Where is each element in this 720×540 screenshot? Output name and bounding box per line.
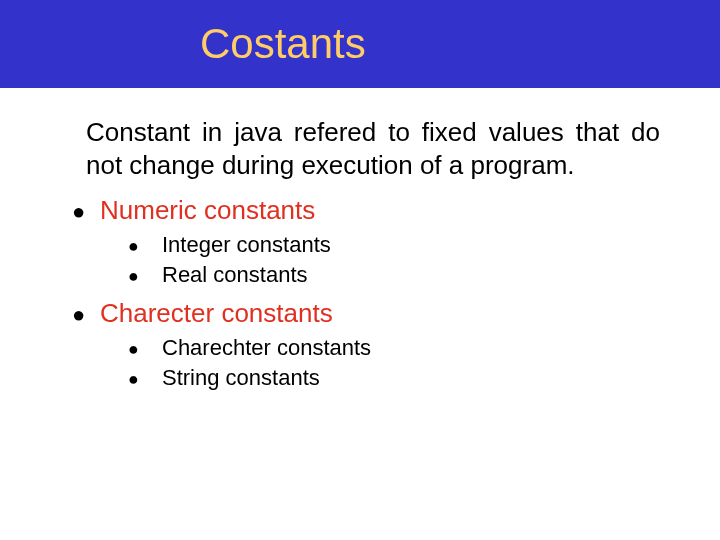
section-heading-character: ● Charecter constants (72, 298, 660, 329)
item-label: Charechter constants (162, 335, 371, 361)
bullet-icon: ● (72, 302, 100, 328)
slide-body: Constant in java refered to fixed values… (0, 88, 720, 391)
section-items-numeric: ● Integer constants ● Real constants (72, 232, 660, 288)
bullet-icon: ● (128, 339, 162, 360)
item-label: Integer constants (162, 232, 331, 258)
title-bar: Costants (0, 0, 720, 88)
item-label: String constants (162, 365, 320, 391)
section-label: Charecter constants (100, 298, 333, 329)
bullet-icon: ● (128, 266, 162, 287)
item-label: Real constants (162, 262, 308, 288)
slide-title: Costants (200, 20, 366, 68)
list-item: ● Real constants (128, 262, 660, 288)
bullet-icon: ● (128, 236, 162, 257)
bullet-icon: ● (72, 199, 100, 225)
bullet-icon: ● (128, 369, 162, 390)
section-items-character: ● Charechter constants ● String constant… (72, 335, 660, 391)
list-item: ● String constants (128, 365, 660, 391)
section-heading-numeric: ● Numeric constants (72, 195, 660, 226)
list-item: ● Charechter constants (128, 335, 660, 361)
list-item: ● Integer constants (128, 232, 660, 258)
section-label: Numeric constants (100, 195, 315, 226)
slide: Costants Constant in java refered to fix… (0, 0, 720, 540)
intro-text: Constant in java refered to fixed values… (72, 116, 660, 181)
